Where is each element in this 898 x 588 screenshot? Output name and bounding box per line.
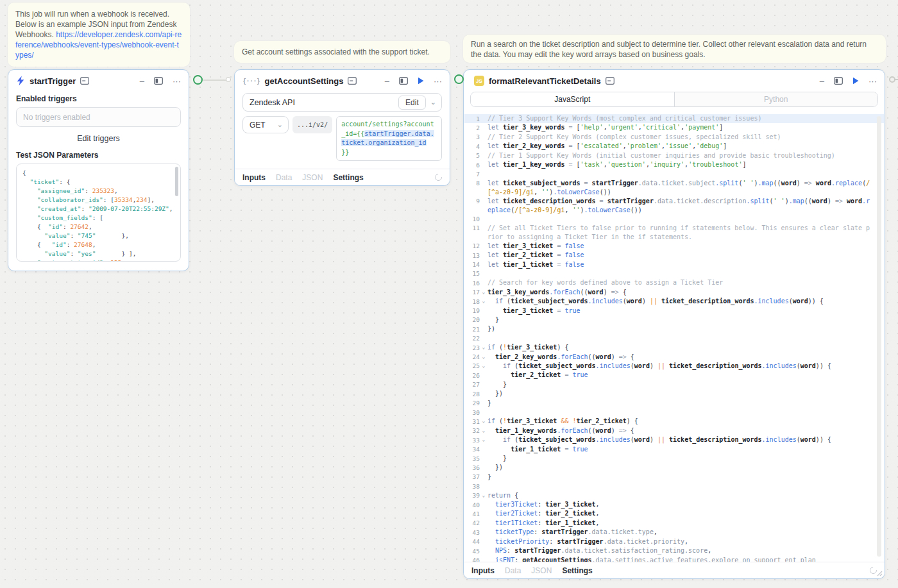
code-line[interactable]: 12let tier_3_ticket = false xyxy=(464,242,884,251)
connection-field[interactable]: Zendesk API Edit ⌄ xyxy=(242,93,442,112)
code-line[interactable]: 3// Tier 2 Support Key Words (complex cu… xyxy=(464,133,884,142)
code-line[interactable]: 21}) xyxy=(464,324,884,333)
code-line[interactable]: 28 }) xyxy=(464,389,884,398)
code-line[interactable]: 24⌄ tier_2_key_words.forEach((word) => { xyxy=(464,353,884,362)
triggers-empty-field[interactable]: No triggers enabled xyxy=(16,107,181,127)
json-line[interactable]: { xyxy=(22,169,174,178)
http-method-select[interactable]: GET ⌄ xyxy=(242,116,289,133)
json-line[interactable]: "created_at": "2009-07-20T22:55:29Z", xyxy=(22,205,174,214)
code-line[interactable]: 35 } xyxy=(464,454,884,463)
note-comment-icon[interactable] xyxy=(80,77,89,85)
editor-scrollbar[interactable] xyxy=(877,116,881,557)
code-line[interactable]: 43 ticketType: startTrigger.data.ticket.… xyxy=(464,528,884,537)
code-editor[interactable]: 1// Tier 3 Support Key Words (most compl… xyxy=(464,111,884,562)
code-line[interactable]: 45 NPS: startTrigger.data.ticket.satisfa… xyxy=(464,546,884,555)
format-node-output-port[interactable] xyxy=(889,76,895,83)
code-line[interactable]: 27 } xyxy=(464,380,884,389)
code-line[interactable]: 20 } xyxy=(464,315,884,324)
code-line[interactable]: 39⌄return { xyxy=(464,491,884,500)
fold-arrow-icon[interactable]: ⌄ xyxy=(480,297,487,306)
run-play-icon[interactable] xyxy=(852,77,859,85)
footer-tab-settings[interactable]: Settings xyxy=(562,566,592,575)
fold-arrow-icon[interactable]: ⌄ xyxy=(480,343,487,352)
node-format-ticket-details[interactable]: JS formatRelevantTicketDetails – ··· Jav… xyxy=(463,69,885,579)
json-line[interactable]: "assignee_id": 235323, xyxy=(22,187,174,196)
minimize-icon[interactable]: – xyxy=(140,77,144,85)
more-menu-icon[interactable]: ··· xyxy=(434,77,442,85)
refresh-spinner-icon[interactable] xyxy=(434,172,443,182)
more-menu-icon[interactable]: ··· xyxy=(868,77,877,85)
minimize-icon[interactable]: – xyxy=(820,77,824,85)
code-line[interactable]: 6let tier_1_key_words = ['task','questio… xyxy=(464,160,884,169)
code-line[interactable]: 40 tier3Ticket: tier_3_ticket, xyxy=(464,500,884,509)
code-line[interactable]: 30 xyxy=(464,408,884,417)
footer-tab-inputs[interactable]: Inputs xyxy=(242,173,266,182)
test-json-editor[interactable]: { "ticket": { "assignee_id": 235323, "co… xyxy=(16,164,181,262)
code-line[interactable]: 46 isENT: getAccountSettings.data.settin… xyxy=(464,556,884,562)
start-trigger-output-port[interactable] xyxy=(193,75,203,85)
code-line[interactable]: 10 xyxy=(464,214,884,223)
footer-tab-inputs[interactable]: Inputs xyxy=(471,566,495,575)
fold-arrow-icon[interactable]: ⌄ xyxy=(480,491,487,500)
code-line[interactable]: 29} xyxy=(464,399,884,408)
code-line[interactable]: 7 xyxy=(464,169,884,178)
format-node-input-port[interactable] xyxy=(454,74,464,84)
code-line[interactable]: 36 }) xyxy=(464,463,884,472)
code-line[interactable]: 5// Tier 1 Support Key Words (initial cu… xyxy=(464,151,884,160)
tab-javascript[interactable]: JavaScript xyxy=(471,92,675,106)
code-line[interactable]: 23⌄if (!tier_3_ticket) { xyxy=(464,343,884,352)
more-menu-icon[interactable]: ··· xyxy=(173,77,181,85)
json-line[interactable]: "ticket": { xyxy=(22,178,174,187)
chevron-down-icon[interactable]: ⌄ xyxy=(430,98,436,106)
account-note-card[interactable]: Get account settings associated with the… xyxy=(234,41,450,63)
code-line[interactable]: 42 tier1Ticket: tier_1_ticket, xyxy=(464,519,884,528)
tab-python[interactable]: Python xyxy=(675,92,878,106)
code-line[interactable]: 44 ticketPriority: startTrigger.data.tic… xyxy=(464,537,884,546)
code-line[interactable]: 17⌄tier_3_key_words.forEach((word) => { xyxy=(464,288,884,297)
code-line[interactable]: 11// Set all Ticket Tiers to false prior… xyxy=(464,224,884,242)
format-note-card[interactable]: Run a search on the ticket description a… xyxy=(463,35,886,63)
edit-connection-button[interactable]: Edit xyxy=(398,96,426,110)
code-line[interactable]: 9let ticket_description_words = startTri… xyxy=(464,197,884,215)
minimize-icon[interactable]: – xyxy=(385,77,389,85)
code-line[interactable]: 33⌄ if (ticket_subject_words.includes(wo… xyxy=(464,435,884,444)
code-line[interactable]: 26 tier_2_ticket = true xyxy=(464,371,884,380)
fold-arrow-icon[interactable]: ⌄ xyxy=(480,426,487,435)
note-comment-icon[interactable] xyxy=(606,77,614,85)
code-line[interactable]: 32⌄ tier_1_key_words.forEach((word) => { xyxy=(464,426,884,435)
code-line[interactable]: 34 tier_1_ticket = true xyxy=(464,445,884,454)
json-line[interactable]: "custom_fields": [ xyxy=(22,214,174,223)
code-line[interactable]: 4let tier_2_key_words = ['escalated','pr… xyxy=(464,142,884,151)
resize-handle-icon[interactable] xyxy=(877,571,883,576)
code-line[interactable]: 8let ticket_subject_words = startTrigger… xyxy=(464,179,884,197)
code-line[interactable]: 41 tier2Ticket: tier_2_ticket, xyxy=(464,509,884,518)
json-line[interactable]: "custom_status_id": 123 xyxy=(22,258,174,262)
code-line[interactable]: 18⌄ if (ticket_subject_words.includes(wo… xyxy=(464,297,884,306)
run-play-icon[interactable] xyxy=(418,77,424,85)
code-line[interactable]: 22 xyxy=(464,334,884,343)
note-comment-icon[interactable] xyxy=(348,77,357,85)
footer-tab-json[interactable]: JSON xyxy=(302,173,323,182)
url-template-input[interactable]: account/settings?account_id={{startTrigg… xyxy=(336,116,442,161)
fold-arrow-icon[interactable]: ⌄ xyxy=(480,362,487,371)
footer-tab-json[interactable]: JSON xyxy=(531,566,552,575)
fold-arrow-icon[interactable]: ⌄ xyxy=(480,288,487,297)
code-line[interactable]: 13let tier_2_ticket = false xyxy=(464,251,884,260)
edit-triggers-button[interactable]: Edit triggers xyxy=(8,127,189,146)
panel-expand-icon[interactable] xyxy=(399,77,408,85)
code-line[interactable]: 25⌄ if (ticket_subject_words.includes(wo… xyxy=(464,362,884,371)
code-line[interactable]: 1// Tier 3 Support Key Words (most compl… xyxy=(464,114,884,123)
fold-arrow-icon[interactable]: ⌄ xyxy=(480,435,487,444)
json-scrollbar[interactable] xyxy=(175,167,178,196)
footer-tab-data[interactable]: Data xyxy=(505,566,521,575)
json-line[interactable]: "collaborator_ids": [35334,234], xyxy=(22,196,174,205)
code-line[interactable]: 2let tier_3_key_words = ['help','urgent'… xyxy=(464,123,884,132)
json-line[interactable]: "value": "yes" } ], xyxy=(22,249,174,258)
footer-tab-settings[interactable]: Settings xyxy=(333,173,363,182)
trigger-note-card[interactable]: This job will run when a webhook is rece… xyxy=(8,3,190,67)
json-line[interactable]: "value": "745" }, xyxy=(22,231,174,240)
fold-arrow-icon[interactable]: ⌄ xyxy=(480,353,487,362)
code-line[interactable]: 14let tier_1_ticket = false xyxy=(464,260,884,269)
code-line[interactable]: 19 tier_3_ticket = true xyxy=(464,307,884,315)
json-line[interactable]: { "id": 27642, xyxy=(22,223,174,231)
